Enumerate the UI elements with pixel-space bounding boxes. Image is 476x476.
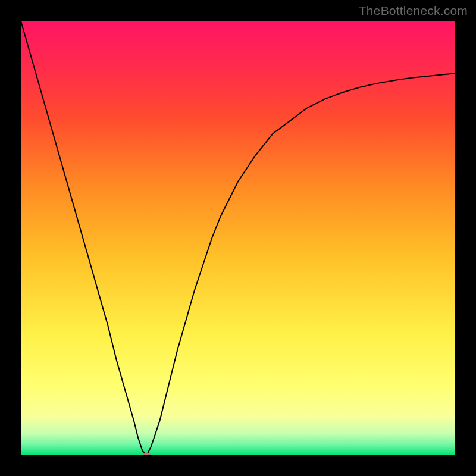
svg-rect-0 xyxy=(21,21,455,455)
watermark: TheBottleneck.com xyxy=(359,4,468,18)
plot-area xyxy=(21,21,455,455)
minimum-marker xyxy=(143,453,151,456)
chart-container: TheBottleneck.com xyxy=(0,0,476,476)
background-gradient xyxy=(21,21,455,455)
